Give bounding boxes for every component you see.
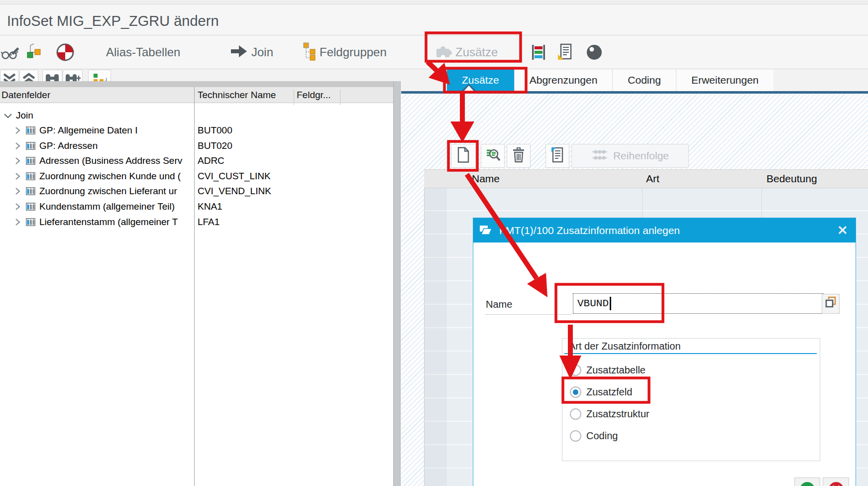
field-groups-label: Feldgruppen: [320, 45, 387, 59]
table-technical-name: LFA1: [198, 217, 387, 228]
search-icon: [485, 147, 501, 165]
create-icon: [456, 146, 471, 165]
confirm-button[interactable]: [794, 478, 820, 486]
color-legend-icon[interactable]: [531, 35, 546, 69]
radio-option[interactable]: Zusatztabelle: [570, 359, 646, 381]
dialog-window-icon: [479, 225, 493, 238]
column-bedeutung[interactable]: Bedeutung: [766, 173, 817, 185]
top-strip: [0, 0, 868, 4]
dialog-title-bar[interactable]: FMT(1)/100 Zusatzinformation anlegen: [473, 218, 856, 243]
radio-icon[interactable]: [570, 386, 581, 398]
chevron-right-icon[interactable]: [15, 187, 21, 197]
radio-option[interactable]: Zusatzfeld: [570, 381, 632, 403]
field-groups-icon: [303, 42, 317, 63]
order-button[interactable]: Reihenfolge: [571, 144, 689, 168]
chevron-right-icon[interactable]: [15, 218, 21, 228]
display-change-icon[interactable]: [1, 35, 20, 69]
tree-row[interactable]: GP: Adressen BUT020: [0, 138, 392, 153]
field-groups-button[interactable]: Feldgruppen: [303, 35, 387, 69]
table-technical-name: BUT000: [198, 125, 387, 136]
radio-icon[interactable]: [570, 408, 581, 420]
tab-2[interactable]: Coding: [612, 69, 676, 91]
table-description: Zuordnung zwischen Lieferant ur: [39, 186, 194, 197]
radio-option[interactable]: Zusatzstruktur: [570, 403, 650, 425]
pie-chart-icon[interactable]: [56, 35, 75, 69]
tree-row[interactable]: Adressen (Business Address Serv ADRC: [0, 153, 392, 168]
display-button[interactable]: [481, 144, 505, 168]
tree-root-label: Join: [16, 110, 33, 121]
name-input-value: VBUND: [577, 298, 609, 309]
tab-0[interactable]: Zusätze: [447, 69, 514, 91]
x-circle-icon: [827, 480, 845, 486]
column-feldgruppe[interactable]: Feldgr...: [297, 90, 331, 101]
table-description: Adressen (Business Address Serv: [39, 155, 194, 166]
chevron-right-icon[interactable]: [15, 126, 21, 136]
alias-tables-button[interactable]: Alias-Tabellen: [106, 35, 180, 69]
infoset-objects-icon[interactable]: [26, 35, 43, 69]
cancel-button[interactable]: [823, 478, 849, 486]
join-label: Join: [251, 45, 273, 59]
doc-blue-corner-icon: [550, 146, 565, 165]
table-technical-name: ADRC: [198, 155, 387, 166]
title-bar: InfoSet MIG_EXP_ZGRU ändern: [0, 4, 868, 35]
tree-scrollbar[interactable]: [393, 81, 401, 486]
tree-row[interactable]: Lieferantenstamm (allgemeiner T LFA1: [0, 214, 392, 230]
radio-icon[interactable]: [570, 364, 581, 376]
extras-label: Zusätze: [455, 45, 498, 59]
table-description: Zuordnung zwischen Kunde und (: [39, 171, 194, 182]
info-type-groupbox: Art der Zusatzinformation Zusatztabelle …: [562, 338, 820, 461]
tree-row[interactable]: Zuordnung zwischen Kunde und ( CVI_CUST_…: [0, 168, 392, 184]
table-icon: [26, 172, 35, 182]
chevron-right-icon[interactable]: [15, 172, 21, 182]
column-name[interactable]: Name: [472, 173, 500, 185]
chevron-down-icon[interactable]: [3, 113, 12, 122]
radio-option[interactable]: Coding: [570, 425, 618, 447]
multiple-selection-button[interactable]: [822, 294, 840, 314]
table-icon: [26, 156, 35, 167]
column-datenfelder[interactable]: Datenfelder: [1, 90, 50, 101]
column-art[interactable]: Art: [646, 173, 659, 185]
table-icon: [26, 187, 35, 197]
check-circle-icon: [798, 480, 816, 486]
table-icon: [26, 126, 35, 136]
table-selection-column[interactable]: [424, 169, 447, 486]
delete-button[interactable]: [507, 144, 531, 168]
extras-table-header: Name Art Bedeutung: [424, 169, 868, 188]
join-arrow-icon: [230, 44, 248, 61]
tab-bar: Zusätze Abgrenzungen Coding Erweiterunge…: [447, 69, 773, 91]
chevron-right-icon[interactable]: [15, 157, 21, 167]
sap-infoset-window: InfoSet MIG_EXP_ZGRU ändern Alias-Tabell…: [0, 0, 868, 486]
radio-icon[interactable]: [570, 430, 581, 442]
create-button[interactable]: [451, 144, 476, 168]
table-technical-name: KNA1: [198, 201, 387, 212]
table-technical-name: CVI_VEND_LINK: [198, 186, 387, 197]
report-doc-icon[interactable]: [556, 35, 573, 69]
tab-1[interactable]: Abgrenzungen: [514, 69, 613, 91]
abacus-icon: [591, 148, 608, 163]
text-cursor: [610, 297, 611, 310]
extras-button[interactable]: Zusätze: [434, 35, 498, 69]
tree-row[interactable]: Zuordnung zwischen Lieferant ur CVI_VEND…: [0, 183, 392, 199]
tree-row[interactable]: GP: Allgemeine Daten I BUT000: [0, 122, 392, 138]
tree-column-header: Datenfelder Technischer Name Feldgr...: [0, 87, 393, 103]
tree-root-row[interactable]: Join: [0, 108, 392, 123]
order-button-label: Reihenfolge: [613, 150, 669, 162]
create-extra-info-dialog: FMT(1)/100 Zusatzinformation anlegen Nam…: [473, 218, 856, 486]
radio-label: Zusatzfeld: [586, 386, 632, 398]
radio-label: Coding: [586, 430, 618, 442]
sphere-icon[interactable]: [585, 35, 603, 69]
trash-icon: [511, 146, 526, 165]
join-button[interactable]: Join: [230, 35, 273, 69]
chevron-right-icon[interactable]: [15, 203, 21, 213]
column-technischer-name[interactable]: Technischer Name: [198, 90, 276, 101]
tree-row[interactable]: Kundenstamm (allgemeiner Teil) KNA1: [0, 199, 392, 214]
table-technical-name: BUT020: [198, 140, 387, 151]
documentation-button[interactable]: [545, 144, 569, 168]
name-input[interactable]: VBUND: [573, 293, 824, 314]
radio-label: Zusatztabelle: [586, 364, 646, 376]
page-title: InfoSet MIG_EXP_ZGRU ändern: [7, 13, 219, 29]
chevron-right-icon[interactable]: [15, 142, 21, 152]
copy-squares-icon: [824, 296, 837, 312]
tab-3[interactable]: Erweiterungen: [676, 69, 773, 91]
close-icon[interactable]: [838, 225, 848, 237]
